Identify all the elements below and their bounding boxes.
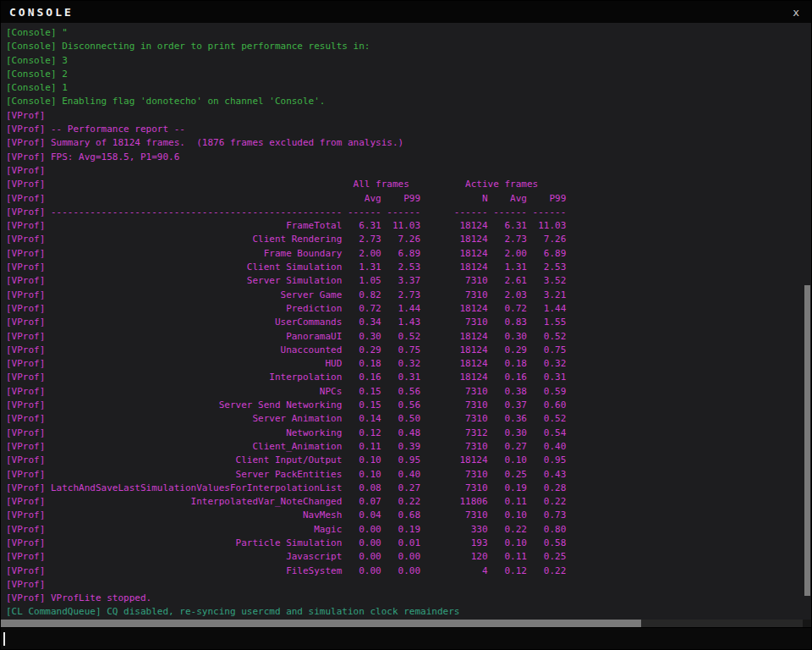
window-title: CONSOLE <box>9 6 74 19</box>
console-line: [VProf] Server Animation 0.14 0.50 7310 … <box>6 412 811 426</box>
console-output[interactable]: [Console] "[Console] Disconnecting in or… <box>1 23 811 620</box>
console-line: [VProf] All frames Active frames <box>6 178 811 191</box>
console-line: [VProf] <box>6 109 811 123</box>
console-line: [VProf] LatchAndSaveLastSimulationValues… <box>6 482 811 495</box>
console-line: [VProf] Client_Animation 0.11 0.39 7310 … <box>6 440 811 454</box>
console-line: [VProf] FrameTotal 6.31 11.03 18124 6.31… <box>6 219 811 233</box>
console-line: [VProf] <box>6 164 811 178</box>
console-lines: [Console] "[Console] Disconnecting in or… <box>6 26 811 620</box>
console-line: [VProf] Magic 0.00 0.19 330 0.22 0.80 <box>6 523 811 537</box>
console-line: [VProf] Server Send Networking 0.15 0.56… <box>6 399 811 412</box>
console-line: [VProf] Summary of 18124 frames. (1876 f… <box>6 136 811 150</box>
console-line: [VProf] Client Rendering 2.73 7.26 18124… <box>6 233 811 246</box>
console-line: [Console] 2 <box>6 68 811 81</box>
console-line: [VProf] NavMesh 0.04 0.68 7310 0.10 0.73 <box>6 509 811 522</box>
console-line: [VProf] VProfLite stopped. <box>6 592 811 605</box>
console-line: [VProf] Prediction 0.72 1.44 18124 0.72 … <box>6 302 811 316</box>
console-line: [Console] Disconnecting in order to prin… <box>6 40 811 53</box>
console-line: [VProf] PanoramaUI 0.30 0.52 18124 0.30 … <box>6 330 811 344</box>
console-line: [Console] 1 <box>6 81 811 95</box>
console-line: [VProf] Unaccounted 0.29 0.75 18124 0.29… <box>6 344 811 357</box>
console-line: [VProf] --------------------------------… <box>6 206 811 219</box>
command-input[interactable] <box>1 627 811 649</box>
console-line: [VProf] Frame Boundary 2.00 6.89 18124 2… <box>6 247 811 261</box>
console-line: [VProf] Javascript 0.00 0.00 120 0.11 0.… <box>6 550 811 564</box>
console-line: [VProf] Server Simulation 1.05 3.37 7310… <box>6 274 811 288</box>
console-line: [VProf] Server Game 0.82 2.73 7310 2.03 … <box>6 289 811 302</box>
console-line: [Console] 3 <box>6 54 811 68</box>
console-line: [VProf] Server PackEntities 0.10 0.40 73… <box>6 468 811 482</box>
vertical-scrollbar[interactable] <box>804 23 810 620</box>
console-line: [VProf] FileSystem 0.00 0.00 4 0.12 0.22 <box>6 565 811 578</box>
console-line: [VProf] NPCs 0.15 0.56 7310 0.38 0.59 <box>6 385 811 399</box>
close-icon[interactable]: x <box>789 5 803 19</box>
console-line: [Console] Enabling flag 'donotecho' on c… <box>6 95 811 108</box>
console-window: CONSOLE x [Console] "[Console] Disconnec… <box>0 0 812 650</box>
console-line: [VProf] Client Simulation 1.31 2.53 1812… <box>6 261 811 274</box>
titlebar: CONSOLE x <box>1 1 811 23</box>
console-line: [VProf] FPS: Avg=158.5, P1=90.6 <box>6 151 811 164</box>
console-line: [VProf] <box>6 578 811 592</box>
console-line: [VProf] UserCommands 0.34 1.43 7310 0.83… <box>6 316 811 329</box>
console-line: [VProf] Networking 0.12 0.48 7312 0.30 0… <box>6 427 811 440</box>
console-line: [VProf] HUD 0.18 0.32 18124 0.18 0.32 <box>6 357 811 371</box>
console-line: [VProf] Interpolation 0.16 0.31 18124 0.… <box>6 371 811 384</box>
horizontal-scrollbar-thumb[interactable] <box>1 620 641 627</box>
console-line: [CL CommandQueue] CQ disabled, re-syncin… <box>6 605 811 619</box>
scrollbar-corner <box>803 620 811 627</box>
console-line: [VProf] Client Input/Output 0.10 0.95 18… <box>6 454 811 467</box>
console-line: [VProf] Particle Simulation 0.00 0.01 19… <box>6 537 811 550</box>
console-line: [VProf] InterpolatedVar_NoteChanged 0.07… <box>6 495 811 509</box>
text-caret <box>3 632 5 646</box>
console-line: [Console] " <box>6 26 811 40</box>
console-line: [VProf] -- Performance report -- <box>6 123 811 136</box>
console-line: [VProf] Avg P99 N Avg P99 <box>6 192 811 206</box>
vertical-scrollbar-thumb[interactable] <box>804 285 810 596</box>
horizontal-scrollbar[interactable] <box>1 620 811 627</box>
